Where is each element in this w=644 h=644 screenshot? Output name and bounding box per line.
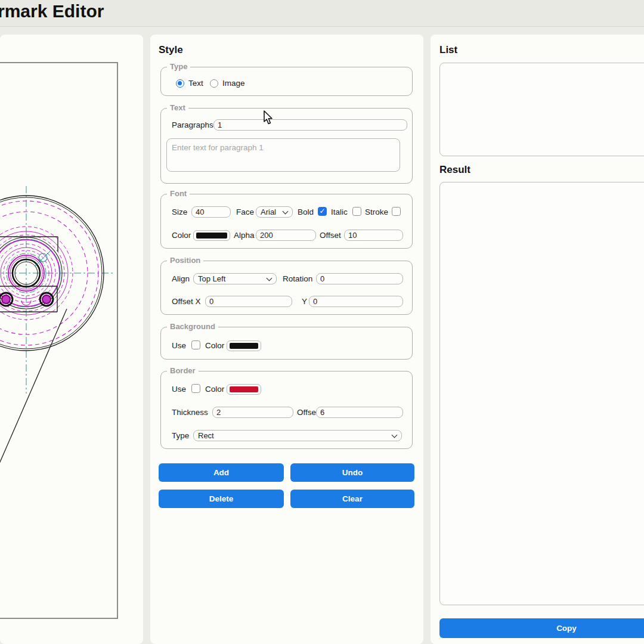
stroke-checkbox[interactable] xyxy=(392,207,401,216)
background-color-label: Color xyxy=(205,340,224,351)
stroke-label: Stroke xyxy=(365,207,388,218)
rotation-label: Rotation xyxy=(283,274,312,284)
offset-x-input[interactable] xyxy=(205,296,292,307)
app-header: rmark Editor xyxy=(0,0,644,27)
style-panel: Style Type Text Image Text Paragraphs Fo… xyxy=(150,35,423,644)
font-offset-label: Offset xyxy=(320,230,341,241)
border-type-label: Type xyxy=(172,431,189,441)
offset-y-input[interactable] xyxy=(309,296,403,307)
offset-x-label: Offset X xyxy=(172,296,201,307)
align-select[interactable]: Top Left xyxy=(193,273,277,284)
clear-button[interactable]: Clear xyxy=(290,490,414,508)
border-fieldset: Border Use Color Thickness Offset Type R… xyxy=(160,371,413,449)
rotation-input[interactable] xyxy=(316,273,403,284)
border-color-label: Color xyxy=(205,384,224,395)
background-legend: Background xyxy=(167,322,218,332)
type-fieldset: Type Text Image xyxy=(160,67,413,96)
result-box xyxy=(439,182,644,605)
border-color-picker[interactable] xyxy=(227,384,261,395)
italic-label: Italic xyxy=(331,207,348,218)
offset-y-label: Y xyxy=(302,296,307,307)
style-panel-title: Style xyxy=(159,44,183,56)
thickness-input[interactable] xyxy=(212,407,293,418)
position-fieldset: Position Align Top Left Rotation Offset … xyxy=(160,261,413,315)
type-text-label: Text xyxy=(188,78,203,89)
font-color-swatch xyxy=(196,233,227,239)
delete-button[interactable]: Delete xyxy=(159,490,284,508)
align-label: Align xyxy=(172,274,190,284)
alpha-input[interactable] xyxy=(256,230,316,241)
type-image-radio[interactable] xyxy=(210,79,218,88)
type-legend: Type xyxy=(167,62,190,72)
font-face-label: Face xyxy=(236,207,254,218)
font-offset-input[interactable] xyxy=(344,230,403,241)
text-fieldset: Text Paragraphs xyxy=(160,108,413,184)
paragraph-text-input[interactable] xyxy=(166,138,400,172)
app-root: rmark Editor xyxy=(0,0,644,644)
font-size-input[interactable] xyxy=(191,206,231,218)
paragraphs-input[interactable] xyxy=(213,119,407,131)
type-image-label: Image xyxy=(222,78,245,89)
border-color-swatch xyxy=(230,386,258,392)
background-fieldset: Background Use Color xyxy=(160,327,413,360)
italic-checkbox[interactable] xyxy=(352,207,361,216)
bold-label: Bold xyxy=(298,207,314,218)
border-legend: Border xyxy=(167,366,199,376)
thickness-label: Thickness xyxy=(172,407,208,418)
chevron-down-icon xyxy=(283,208,289,214)
font-color-label: Color xyxy=(172,230,191,241)
undo-button[interactable]: Undo xyxy=(290,463,414,482)
add-button[interactable]: Add xyxy=(159,463,284,482)
result-title: Result xyxy=(439,164,470,176)
bold-checkbox[interactable] xyxy=(318,207,327,216)
border-use-checkbox[interactable] xyxy=(191,384,200,393)
output-panel: List Result Copy xyxy=(431,35,644,644)
border-use-label: Use xyxy=(172,384,186,395)
position-legend: Position xyxy=(167,256,203,265)
font-size-label: Size xyxy=(172,207,187,218)
text-legend: Text xyxy=(167,103,188,113)
paragraphs-label: Paragraphs xyxy=(172,120,213,131)
chevron-down-icon xyxy=(267,275,273,281)
alpha-label: Alpha xyxy=(234,230,255,241)
font-face-select[interactable]: Arial xyxy=(256,206,293,218)
preview-panel xyxy=(0,35,143,644)
preview-drawing xyxy=(0,35,143,644)
list-title: List xyxy=(439,44,457,56)
watermark-list[interactable] xyxy=(439,63,644,156)
font-color-picker[interactable] xyxy=(193,230,230,241)
font-face-value: Arial xyxy=(261,208,280,216)
font-legend: Font xyxy=(167,189,190,199)
background-use-checkbox[interactable] xyxy=(191,340,200,349)
border-offset-input[interactable] xyxy=(316,407,403,418)
align-value: Top Left xyxy=(198,274,264,283)
type-text-radio[interactable] xyxy=(176,79,184,88)
border-offset-label: Offset xyxy=(297,407,318,418)
background-color-swatch xyxy=(230,343,258,349)
copy-button[interactable]: Copy xyxy=(439,618,644,638)
border-type-value: Rect xyxy=(198,431,389,440)
chevron-down-icon xyxy=(392,432,398,438)
font-fieldset: Font Size Face Arial Bold Italic Stroke … xyxy=(160,194,413,249)
background-color-picker[interactable] xyxy=(227,340,261,351)
page-title: rmark Editor xyxy=(0,1,104,21)
border-type-select[interactable]: Rect xyxy=(193,430,402,441)
background-use-label: Use xyxy=(172,340,186,351)
